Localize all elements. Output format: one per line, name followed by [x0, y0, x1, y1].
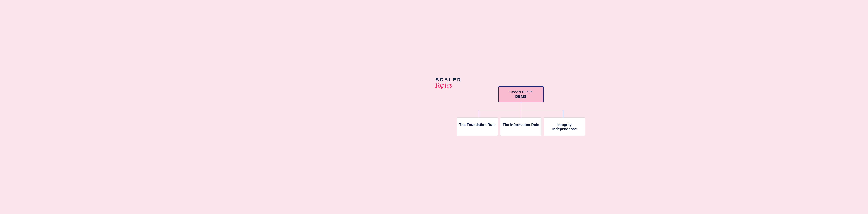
root-bold: DBMS	[515, 94, 527, 99]
connector-vertical-left	[478, 110, 479, 117]
child-node-foundation: The Foundation Rule	[457, 117, 498, 136]
hierarchy-diagram: Codd's rule in DBMS The Foundation Rule …	[457, 86, 585, 136]
connector-vertical-right	[563, 110, 563, 117]
child-node-integrity: Integrity Independence	[544, 117, 585, 136]
children-row: The Foundation Rule The Information Rule…	[457, 117, 585, 136]
connector-vertical-top	[521, 102, 521, 110]
child-node-information: The Information Rule	[500, 117, 541, 136]
canvas: SCALER Topics Codd's rule in DBMS The Fo…	[354, 73, 688, 141]
connector-vertical-middle	[521, 110, 521, 117]
connector-lines	[457, 102, 585, 117]
root-node: Codd's rule in DBMS	[498, 86, 544, 102]
root-prefix: Codd's rule in	[509, 90, 533, 94]
